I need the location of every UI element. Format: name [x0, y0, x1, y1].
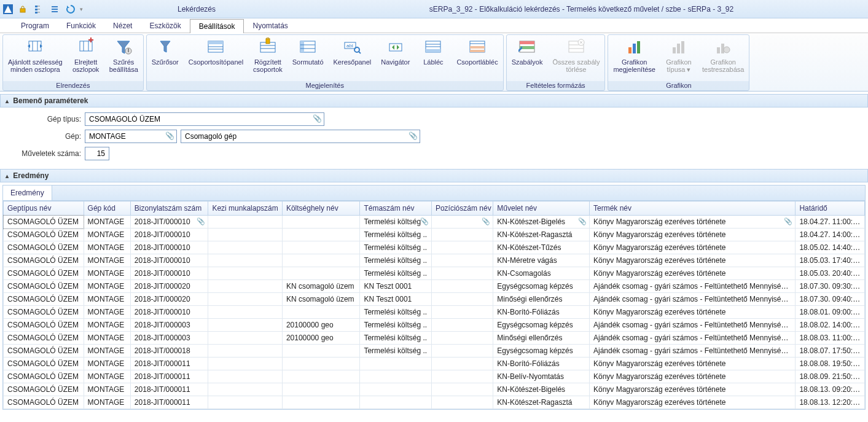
cell-termek[interactable]: Ajándék csomag - gyári számos - Feltünte… [590, 280, 796, 293]
cell-termek[interactable]: Könyv Magyarország ezeréves története [590, 241, 796, 254]
col-header-termek[interactable]: Termék név [590, 201, 796, 216]
cell-hatarido[interactable]: 18.07.30. 09:30:00 [796, 280, 865, 293]
menu-beállítások[interactable]: Beállítások [190, 19, 244, 33]
cell-hatarido[interactable]: 18.08.13. 09:20:00 [796, 383, 865, 396]
cell-termek[interactable]: Ajándék csomag - gyári számos - Feltünte… [590, 293, 796, 306]
col-header-poz[interactable]: Pozíciószám név [431, 201, 493, 216]
cell-geptipus[interactable]: CSOMAGOLÓ ÜZEM [4, 293, 84, 306]
cell-poz[interactable] [431, 229, 493, 241]
cell-koltseg[interactable] [282, 229, 360, 241]
table-row[interactable]: CSOMAGOLÓ ÜZEMMONTAGE2018-JIT/0000032010… [4, 319, 865, 332]
attachment-icon[interactable]: 📎 [197, 217, 205, 225]
cell-muvelet[interactable]: KN-Kötészet-Bigelés📎 [493, 216, 590, 229]
cell-biz[interactable]: 2018-JIT/000003 [130, 319, 208, 332]
cell-gepkod[interactable]: MONTAGE [84, 358, 130, 370]
col-header-gepkod[interactable]: Gép kód [84, 201, 130, 216]
ribbon-row-indicator[interactable]: Sormutató [287, 35, 329, 68]
cell-tema[interactable]: Termelési költség .. [360, 345, 431, 358]
cell-kezi[interactable] [208, 293, 283, 306]
cell-geptipus[interactable]: CSOMAGOLÓ ÜZEM [4, 383, 84, 396]
cell-koltseg[interactable] [282, 216, 360, 229]
cell-termek[interactable]: Könyv Magyarország ezeréves története [590, 267, 796, 280]
cell-geptipus[interactable]: CSOMAGOLÓ ÜZEM [4, 345, 84, 358]
cell-tema[interactable]: KN Teszt 0001 [360, 280, 431, 293]
cell-koltseg[interactable]: 20100000 geo [282, 319, 360, 332]
cell-termek[interactable]: Könyv Magyarország ezeréves története [590, 254, 796, 267]
attachment-icon[interactable]: 📎 [578, 217, 587, 225]
cell-tema[interactable]: Termelési költség .. [360, 229, 431, 241]
cell-termek[interactable]: Könyv Magyarország ezeréves története [590, 306, 796, 319]
cell-tema[interactable]: Termelési költség .. [360, 267, 431, 280]
ribbon-footer[interactable]: Lábléc [415, 35, 452, 68]
cell-muvelet[interactable]: KN-Kötészet-Ragasztá [493, 229, 590, 241]
cell-termek[interactable]: Könyv Magyarország ezeréves története [590, 229, 796, 241]
cell-gepkod[interactable]: MONTAGE [84, 332, 130, 345]
lock-icon[interactable] [16, 2, 29, 16]
cell-poz[interactable] [431, 306, 493, 319]
attachment-icon[interactable]: 📎 [784, 217, 792, 225]
cell-gepkod[interactable]: MONTAGE [84, 293, 130, 306]
cell-hatarido[interactable]: 18.08.02. 14:00:00 [796, 319, 865, 332]
cell-kezi[interactable] [208, 396, 283, 409]
attachment-icon[interactable]: 📎 [313, 114, 322, 123]
cell-hatarido[interactable]: 18.05.03. 20:40:00 [796, 267, 865, 280]
ribbon-navigator[interactable]: Navigátor [376, 35, 415, 68]
cell-koltseg[interactable]: 20100000 geo [282, 332, 360, 345]
cell-geptipus[interactable]: CSOMAGOLÓ ÜZEM [4, 267, 84, 280]
cell-muvelet[interactable]: KN-Méretre vágás [493, 254, 590, 267]
cell-muvelet[interactable]: KN-Kötészet-Tűzés [493, 241, 590, 254]
ribbon-filter-row[interactable]: Szűrősor [147, 35, 184, 68]
cell-biz[interactable]: 2018-JIT/000010 [130, 254, 208, 267]
cell-kezi[interactable] [208, 254, 283, 267]
tab-eredmeny[interactable]: Eredmény [3, 186, 52, 200]
menu-eszközök[interactable]: Eszközök [141, 18, 189, 33]
cell-gepkod[interactable]: MONTAGE [84, 370, 130, 383]
cell-kezi[interactable] [208, 319, 283, 332]
cell-poz[interactable]: 📎 [431, 216, 493, 229]
table-row[interactable]: CSOMAGOLÓ ÜZEMMONTAGE2018-JIT/000010Term… [4, 254, 865, 267]
cell-biz[interactable]: 2018-JIT/000003 [130, 332, 208, 345]
input-gep-tipus[interactable] [85, 112, 324, 126]
dropdown-icon[interactable]: ▾ [861, 219, 865, 225]
cell-geptipus[interactable]: CSOMAGOLÓ ÜZEM [4, 319, 84, 332]
col-header-hatarido[interactable]: Határidő [796, 201, 865, 216]
cell-hatarido[interactable]: 18.08.13. 12:20:00 [796, 396, 865, 409]
cell-kezi[interactable] [208, 345, 283, 358]
list-icon[interactable] [48, 2, 61, 16]
cell-poz[interactable] [431, 332, 493, 345]
cell-hatarido[interactable]: 18.08.09. 21:50:00 [796, 370, 865, 383]
cell-kezi[interactable] [208, 216, 283, 229]
cell-tema[interactable]: Termelési költség .. [360, 306, 431, 319]
cell-hatarido[interactable]: 18.05.02. 14:40:00 [796, 241, 865, 254]
cell-hatarido[interactable]: 18.08.03. 11:00:00 [796, 332, 865, 345]
cell-biz[interactable]: 2018-JIT/000020 [130, 280, 208, 293]
cell-tema[interactable] [360, 383, 431, 396]
cell-poz[interactable] [431, 241, 493, 254]
cell-biz[interactable]: 2018-JIT/000011 [130, 358, 208, 370]
cell-geptipus[interactable]: CSOMAGOLÓ ÜZEM [4, 370, 84, 383]
cell-kezi[interactable] [208, 241, 283, 254]
cell-geptipus[interactable]: CSOMAGOLÓ ÜZEM [4, 396, 84, 409]
cell-kezi[interactable] [208, 280, 283, 293]
cell-biz[interactable]: 2018-JIT/000010 [130, 306, 208, 319]
cell-kezi[interactable] [208, 306, 283, 319]
cell-termek[interactable]: Ajándék csomag - gyári számos - Feltünte… [590, 345, 796, 358]
cell-geptipus[interactable]: CSOMAGOLÓ ÜZEM [4, 358, 84, 370]
cell-muvelet[interactable]: Egységcsomag képzés [493, 319, 590, 332]
ribbon-rules[interactable]: Szabályok [507, 35, 548, 68]
cell-koltseg[interactable] [282, 306, 360, 319]
cell-poz[interactable] [431, 345, 493, 358]
input-muveletek-szama[interactable] [85, 147, 109, 160]
menu-nyomtatás[interactable]: Nyomtatás [244, 18, 296, 33]
cell-kezi[interactable] [208, 383, 283, 396]
cell-koltseg[interactable]: KN csomagoló üzem [282, 280, 360, 293]
cell-muvelet[interactable]: Egységcsomag képzés [493, 345, 590, 358]
cell-kezi[interactable] [208, 229, 283, 241]
col-header-biz[interactable]: Bizonylatszám szám [130, 201, 208, 216]
cell-geptipus[interactable]: CSOMAGOLÓ ÜZEM [4, 216, 84, 229]
cell-biz[interactable]: 2018-JIT/000011 [130, 383, 208, 396]
ribbon-hidden-cols[interactable]: Elrejtettoszlopok [68, 35, 104, 76]
col-header-kezi[interactable]: Kezi munkalapszám [208, 201, 283, 216]
cell-tema[interactable] [360, 358, 431, 370]
cell-biz[interactable]: 2018-JIT/000020 [130, 293, 208, 306]
